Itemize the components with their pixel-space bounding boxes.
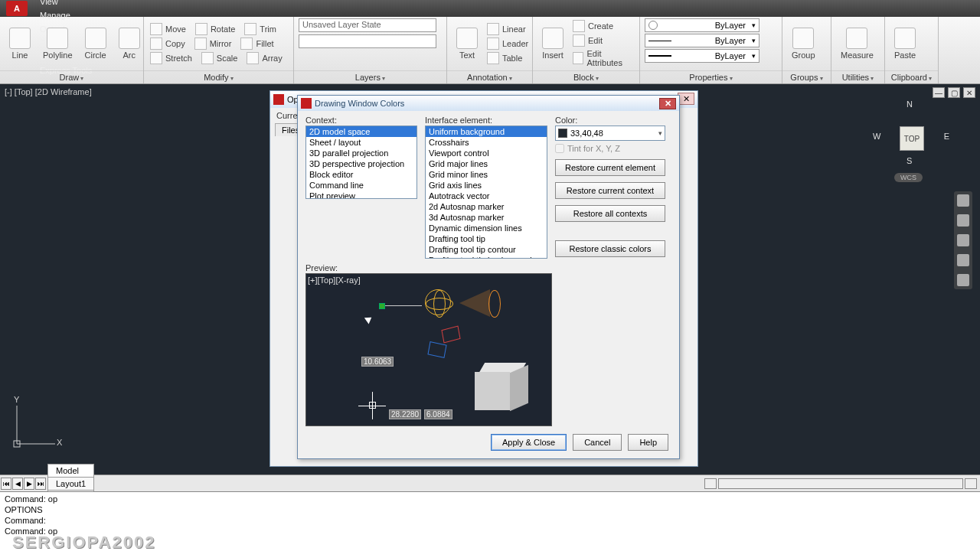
element-item[interactable]: Drafting tool tip xyxy=(426,233,547,244)
text-button[interactable]: Text xyxy=(452,26,482,61)
rotate-button[interactable]: Rotate xyxy=(194,22,237,36)
panel-block-title[interactable]: Block xyxy=(533,70,639,83)
context-item[interactable]: Command line xyxy=(306,180,416,191)
vp-close-button[interactable]: ✕ xyxy=(963,87,975,98)
element-item[interactable]: Grid major lines xyxy=(426,158,547,169)
element-item[interactable]: Uniform background xyxy=(426,126,547,137)
layout-next-button[interactable]: ▶ xyxy=(24,478,34,490)
layer-dropdown[interactable] xyxy=(299,34,436,48)
help-button[interactable]: Help xyxy=(628,434,668,451)
element-item[interactable]: Crosshairs xyxy=(426,137,547,148)
navigation-bar[interactable] xyxy=(954,191,972,289)
insert-icon xyxy=(542,28,564,49)
context-item[interactable]: Block editor xyxy=(306,169,416,180)
trim-button[interactable]: Trim xyxy=(243,22,278,36)
line-button[interactable]: Line xyxy=(5,26,35,61)
panel-draw-title[interactable]: Draw xyxy=(0,70,143,83)
element-item[interactable]: Drafting tool tip background xyxy=(426,255,547,259)
ribbon-panels: LinePolylineCircleArc Draw MoveRotateTri… xyxy=(0,17,980,84)
view-cube-wcs[interactable]: WCS xyxy=(894,173,923,182)
layout-prev-button[interactable]: ◀ xyxy=(12,478,23,490)
color-dropdown[interactable]: 33,40,48 ▾ xyxy=(555,126,665,141)
scale-button[interactable]: Scale xyxy=(200,51,240,65)
restore-current-element-button[interactable]: Restore current element xyxy=(555,159,665,176)
element-item[interactable]: 2d Autosnap marker xyxy=(426,201,547,212)
ribbon-tab-view[interactable]: View xyxy=(32,0,100,8)
stretch-button[interactable]: Stretch xyxy=(149,51,194,65)
element-label: Interface element: xyxy=(425,116,547,125)
create-button[interactable]: Create xyxy=(571,19,635,33)
move-button[interactable]: Move xyxy=(149,22,188,36)
zoom-icon[interactable] xyxy=(957,234,969,246)
layout-last-button[interactable]: ⏭ xyxy=(35,478,46,490)
linear-button[interactable]: Linear xyxy=(485,22,530,36)
panel-properties-title[interactable]: Properties xyxy=(640,70,782,83)
mirror-button[interactable]: Mirror xyxy=(193,37,234,51)
copy-button[interactable]: Copy xyxy=(149,37,187,51)
array-button[interactable]: Array xyxy=(245,51,283,65)
context-listbox[interactable]: 2D model spaceSheet / layout3D parallel … xyxy=(305,126,417,199)
group-button[interactable]: Group xyxy=(787,26,820,61)
hscroll-track[interactable] xyxy=(718,478,963,489)
options-close-button[interactable]: ✕ xyxy=(678,93,694,105)
properties-dropdown-1[interactable]: ByLayer▾ xyxy=(645,34,760,47)
insert-button[interactable]: Insert xyxy=(537,26,568,61)
dwc-close-button[interactable]: ✕ xyxy=(659,98,676,109)
paste-button[interactable]: Paste xyxy=(890,26,920,61)
viewport-label[interactable]: [-] [Top] [2D Wireframe] xyxy=(5,87,92,96)
fillet-button[interactable]: Fillet xyxy=(239,37,275,51)
element-listbox[interactable]: Uniform backgroundCrosshairsViewport con… xyxy=(425,126,547,259)
view-cube[interactable]: N S E W TOP WCS xyxy=(873,99,949,176)
layer-state-dropdown[interactable]: Unsaved Layer State xyxy=(299,18,436,32)
vp-minimize-button[interactable]: — xyxy=(933,87,945,98)
context-item[interactable]: 2D model space xyxy=(306,126,416,137)
hscroll-right[interactable] xyxy=(965,478,977,489)
restore-current-context-button[interactable]: Restore current context xyxy=(555,182,665,199)
properties-dropdown-0[interactable]: ByLayer▾ xyxy=(645,18,760,32)
circle-button[interactable]: Circle xyxy=(80,26,111,61)
element-item[interactable]: Autotrack vector xyxy=(426,191,547,201)
arc-button[interactable]: Arc xyxy=(114,26,145,61)
polyline-button[interactable]: Polyline xyxy=(38,26,77,61)
layout-tab-layout1[interactable]: Layout1 xyxy=(47,477,94,490)
layout-first-button[interactable]: ⏮ xyxy=(1,478,11,490)
command-window[interactable]: Command: opOPTIONSCommand:Command: op SE… xyxy=(0,491,980,551)
hscroll-left[interactable] xyxy=(704,478,717,489)
steering-wheel-icon[interactable] xyxy=(957,194,969,207)
element-item[interactable]: Drafting tool tip contour xyxy=(426,244,547,255)
tint-checkbox[interactable]: Tint for X, Y, Z xyxy=(555,144,665,153)
panel-layers-title[interactable]: Layers xyxy=(294,70,446,83)
cancel-button[interactable]: Cancel xyxy=(573,434,622,451)
context-item[interactable]: Sheet / layout xyxy=(306,137,416,148)
vp-maximize-button[interactable]: ▢ xyxy=(948,87,960,98)
panel-utilities-title[interactable]: Utilities xyxy=(831,70,884,83)
orbit-icon[interactable] xyxy=(957,254,969,266)
dwc-titlebar[interactable]: Drawing Window Colors ✕ xyxy=(298,96,679,111)
apply-close-button[interactable]: Apply & Close xyxy=(491,434,567,451)
properties-dropdown-2[interactable]: ByLayer▾ xyxy=(645,49,760,63)
panel-clipboard-title[interactable]: Clipboard xyxy=(885,70,938,83)
context-item[interactable]: 3D perspective projection xyxy=(306,158,416,169)
element-item[interactable]: 3d Autosnap marker xyxy=(426,212,547,223)
element-item[interactable]: Dynamic dimension lines xyxy=(426,223,547,233)
leader-button[interactable]: Leader xyxy=(485,37,530,51)
layout-tab-model[interactable]: Model xyxy=(47,464,94,477)
edit-button[interactable]: Edit xyxy=(571,34,635,47)
table-button[interactable]: Table xyxy=(485,51,530,65)
panel-annotation-title[interactable]: Annotation xyxy=(447,70,532,83)
restore-classic-colors-button[interactable]: Restore classic colors xyxy=(555,240,665,257)
measure-button[interactable]: Measure xyxy=(836,26,878,61)
element-item[interactable]: Grid minor lines xyxy=(426,169,547,180)
panel-modify-title[interactable]: Modify xyxy=(144,70,293,83)
context-item[interactable]: 3D parallel projection xyxy=(306,148,416,158)
element-item[interactable]: Viewport control xyxy=(426,148,547,158)
restore-all-contexts-button[interactable]: Restore all contexts xyxy=(555,205,665,222)
pan-icon[interactable] xyxy=(957,214,969,227)
app-menu-button[interactable]: A xyxy=(6,1,28,16)
panel-groups-title[interactable]: Groups xyxy=(782,70,831,83)
context-item[interactable]: Plot preview xyxy=(306,191,416,199)
element-item[interactable]: Grid axis lines xyxy=(426,180,547,191)
showmotion-icon[interactable] xyxy=(957,274,969,286)
view-cube-face[interactable]: TOP xyxy=(900,126,924,151)
edit-attributes-button[interactable]: Edit Attributes xyxy=(571,48,635,68)
